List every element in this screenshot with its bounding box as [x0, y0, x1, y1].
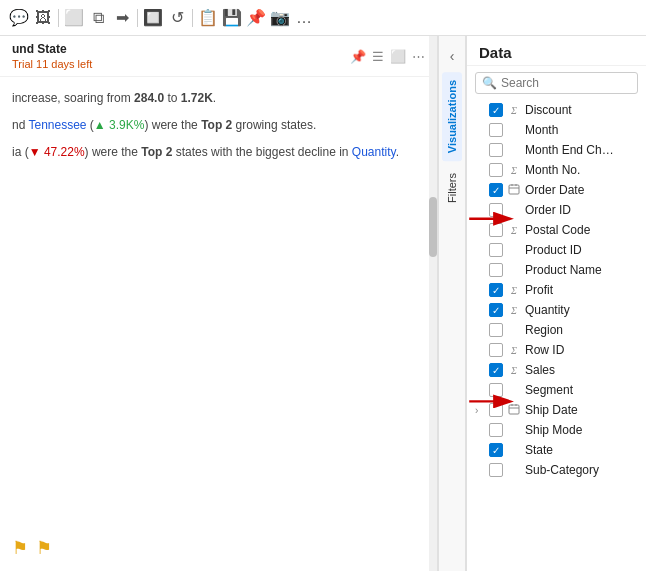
toolbar-sep-3 — [192, 9, 193, 27]
field-item-row-id[interactable]: ΣRow ID — [467, 340, 646, 360]
field-item-month-end-ch[interactable]: Month End Ch… — [467, 140, 646, 160]
checkbox-month-end-ch[interactable] — [489, 143, 503, 157]
frame-icon[interactable]: 🔲 — [142, 7, 164, 29]
arrow-icon[interactable]: ➡ — [111, 7, 133, 29]
pin-small-icon[interactable]: 📌 — [350, 49, 366, 64]
tab-visualizations[interactable]: Visualizations — [442, 72, 462, 161]
field-item-ship-date[interactable]: ›Ship Date — [467, 400, 646, 420]
field-label-sub-category: Sub-Category — [525, 463, 638, 477]
field-item-postal-code[interactable]: ΣPostal Code — [467, 220, 646, 240]
field-item-segment[interactable]: Segment — [467, 380, 646, 400]
checkbox-order-date[interactable] — [489, 183, 503, 197]
field-item-sub-category[interactable]: Sub-Category — [467, 460, 646, 480]
field-label-region: Region — [525, 323, 638, 337]
field-list: ΣDiscountMonthMonth End Ch…ΣMonth No.Ord… — [467, 100, 646, 571]
camera-icon[interactable]: 📷 — [269, 7, 291, 29]
checkbox-row-id[interactable] — [489, 343, 503, 357]
checkbox-ship-mode[interactable] — [489, 423, 503, 437]
pin-icon[interactable]: 📌 — [245, 7, 267, 29]
svg-rect-4 — [509, 405, 519, 414]
copy-icon[interactable]: ⧉ — [87, 7, 109, 29]
field-item-region[interactable]: Region — [467, 320, 646, 340]
checkbox-month-no[interactable] — [489, 163, 503, 177]
report-title: und State — [12, 42, 92, 56]
data-panel: Data 🔍 ΣDiscountMonthMonth End Ch…ΣMonth… — [466, 36, 646, 571]
field-item-profit[interactable]: ΣProfit — [467, 280, 646, 300]
type-icon-ship-date — [507, 403, 521, 417]
expand-icon-ship-date: › — [475, 405, 485, 416]
trial-badge: Trial 11 days left — [12, 58, 92, 70]
checkbox-ship-date[interactable] — [489, 403, 503, 417]
toolbar-group-left: 💬 🖼 ⬜ ⧉ ➡ 🔲 ↺ 📋 💾 📌 📷 … — [8, 7, 315, 29]
filter-icon[interactable]: ☰ — [372, 49, 384, 64]
type-icon-discount: Σ — [507, 105, 521, 116]
field-item-order-id[interactable]: Order ID — [467, 200, 646, 220]
checkbox-sales[interactable] — [489, 363, 503, 377]
checkbox-quantity[interactable] — [489, 303, 503, 317]
field-label-state: State — [525, 443, 638, 457]
type-icon-sales: Σ — [507, 365, 521, 376]
refresh-icon[interactable]: ↺ — [166, 7, 188, 29]
search-box[interactable]: 🔍 — [475, 72, 638, 94]
more-icon[interactable]: … — [293, 7, 315, 29]
checkbox-state[interactable] — [489, 443, 503, 457]
data-panel-title: Data — [467, 36, 646, 66]
field-label-quantity: Quantity — [525, 303, 638, 317]
type-icon-postal-code: Σ — [507, 225, 521, 236]
field-item-month[interactable]: Month — [467, 120, 646, 140]
field-label-postal-code: Postal Code — [525, 223, 638, 237]
image-icon[interactable]: 🖼 — [32, 7, 54, 29]
scroll-thumb[interactable] — [429, 197, 437, 257]
field-label-discount: Discount — [525, 103, 638, 117]
field-item-order-date[interactable]: Order Date — [467, 180, 646, 200]
field-label-segment: Segment — [525, 383, 638, 397]
rectangle-icon[interactable]: ⬜ — [63, 7, 85, 29]
field-label-row-id: Row ID — [525, 343, 638, 357]
checkbox-product-name[interactable] — [489, 263, 503, 277]
tab-filters[interactable]: Filters — [442, 165, 462, 211]
type-icon-order-date — [507, 183, 521, 197]
field-label-profit: Profit — [525, 283, 638, 297]
report-header-icons: 📌 ☰ ⬜ ⋯ — [350, 49, 425, 64]
checkbox-postal-code[interactable] — [489, 223, 503, 237]
checkbox-order-id[interactable] — [489, 203, 503, 217]
footer-icon-2[interactable]: ⚑ — [36, 537, 52, 559]
field-label-month: Month — [525, 123, 638, 137]
checkbox-month[interactable] — [489, 123, 503, 137]
field-label-product-name: Product Name — [525, 263, 638, 277]
checkbox-product-id[interactable] — [489, 243, 503, 257]
field-label-month-end-ch: Month End Ch… — [525, 143, 638, 157]
clipboard-icon[interactable]: 📋 — [197, 7, 219, 29]
expand-icon[interactable]: ⬜ — [390, 49, 406, 64]
field-item-product-id[interactable]: Product ID — [467, 240, 646, 260]
toolbar: 💬 🖼 ⬜ ⧉ ➡ 🔲 ↺ 📋 💾 📌 📷 … — [0, 0, 646, 36]
field-label-ship-date: Ship Date — [525, 403, 638, 417]
checkbox-region[interactable] — [489, 323, 503, 337]
field-item-discount[interactable]: ΣDiscount — [467, 100, 646, 120]
report-line-1: increase, soaring from 284.0 to 1.72K. — [12, 89, 425, 108]
search-input[interactable] — [501, 76, 646, 90]
type-icon-quantity: Σ — [507, 305, 521, 316]
field-label-month-no: Month No. — [525, 163, 638, 177]
checkbox-sub-category[interactable] — [489, 463, 503, 477]
save-icon[interactable]: 💾 — [221, 7, 243, 29]
comment-icon[interactable]: 💬 — [8, 7, 30, 29]
toolbar-sep-2 — [137, 9, 138, 27]
scrollbar[interactable] — [429, 36, 437, 571]
footer-icon-1[interactable]: ⚑ — [12, 537, 28, 559]
field-item-quantity[interactable]: ΣQuantity — [467, 300, 646, 320]
checkbox-profit[interactable] — [489, 283, 503, 297]
type-icon-profit: Σ — [507, 285, 521, 296]
search-icon: 🔍 — [482, 76, 497, 90]
checkbox-discount[interactable] — [489, 103, 503, 117]
field-label-product-id: Product ID — [525, 243, 638, 257]
collapse-button[interactable]: ‹ — [446, 44, 459, 68]
more-small-icon[interactable]: ⋯ — [412, 49, 425, 64]
field-item-product-name[interactable]: Product Name — [467, 260, 646, 280]
field-item-month-no[interactable]: ΣMonth No. — [467, 160, 646, 180]
field-item-sales[interactable]: ΣSales — [467, 360, 646, 380]
checkbox-segment[interactable] — [489, 383, 503, 397]
field-item-state[interactable]: State — [467, 440, 646, 460]
report-line-3: ia (▼ 47.22%) were the Top 2 states with… — [12, 143, 425, 162]
field-item-ship-mode[interactable]: Ship Mode — [467, 420, 646, 440]
